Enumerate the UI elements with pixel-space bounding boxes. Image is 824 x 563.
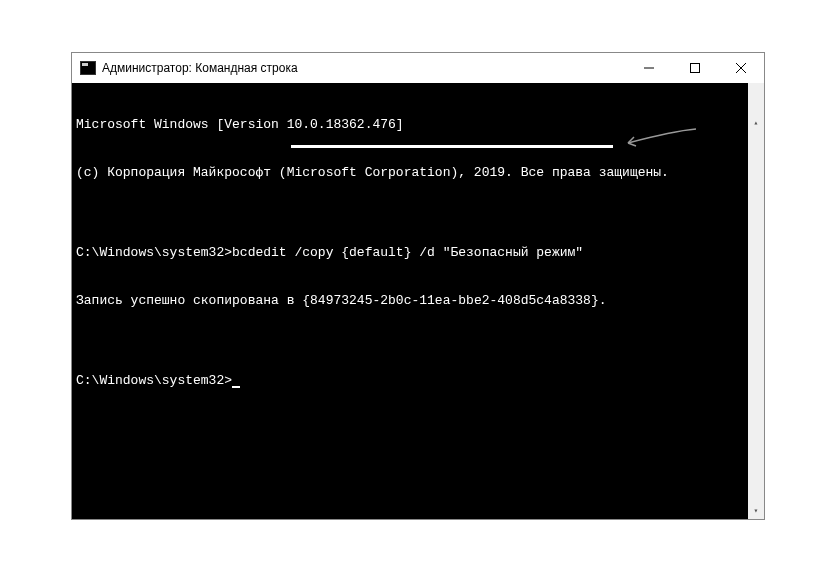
text-cursor [232,374,240,388]
scroll-down-button[interactable]: ▾ [748,503,764,519]
cmd-window: Администратор: Командная строка Microsof… [71,52,765,520]
prompt-path: C:\Windows\system32> [76,373,232,388]
console-body[interactable]: Microsoft Windows [Version 10.0.18362.47… [72,83,764,519]
scroll-track[interactable] [748,163,764,519]
result-prefix: Запись успешно скопирована в [76,293,302,308]
minimize-button[interactable] [626,53,672,83]
typed-command: bcdedit /copy {default} /d "Безопасный р… [232,245,583,260]
console-line: C:\Windows\system32>bcdedit /copy {defau… [76,245,760,261]
window-title: Администратор: Командная строка [102,61,298,75]
console-line: Microsoft Windows [Version 10.0.18362.47… [76,117,760,133]
maximize-button[interactable] [672,53,718,83]
close-button[interactable] [718,53,764,83]
console-line: C:\Windows\system32> [76,373,760,389]
cmd-icon [80,61,96,75]
console-line: Запись успешно скопирована в {84973245-2… [76,293,760,309]
console-line: (c) Корпорация Майкрософт (Microsoft Cor… [76,165,760,181]
scroll-up-button[interactable]: ▴ [748,115,764,131]
svg-rect-1 [691,64,700,73]
titlebar[interactable]: Администратор: Командная строка [72,53,764,83]
annotation-arrow [618,127,698,167]
prompt-path: C:\Windows\system32> [76,245,232,260]
vertical-scrollbar[interactable]: ▴ ▾ [748,83,764,519]
guid-underline-annotation [291,145,613,148]
result-suffix: . [599,293,607,308]
result-guid: {84973245-2b0c-11ea-bbe2-408d5c4a8338} [302,293,598,308]
